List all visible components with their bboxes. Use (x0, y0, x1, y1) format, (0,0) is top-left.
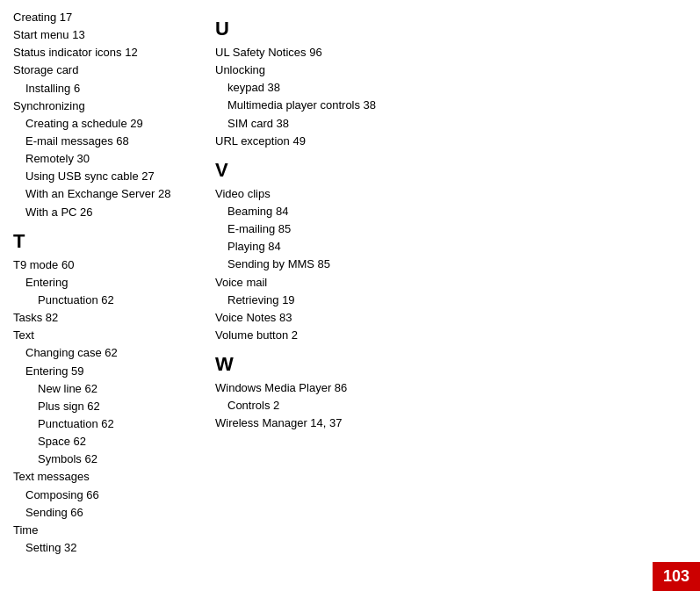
index-entry: Storage card (13, 61, 198, 79)
index-entry: Entering 59 (25, 363, 198, 380)
index-entry: Symbols 62 (38, 450, 198, 468)
index-entry: Changing case 62 (25, 344, 198, 362)
index-entry: E-mail messages 68 (25, 133, 198, 150)
index-entry: Start menu 13 (13, 26, 198, 44)
index-entry: Wireless Manager 14, 37 (215, 414, 687, 432)
index-entry: Multimedia player controls 38 (227, 97, 687, 114)
index-entry: Creating a schedule 29 (25, 115, 198, 133)
index-entry: Sending by MMS 85 (227, 256, 687, 273)
index-entry: Time (13, 522, 198, 539)
index-entry: E-mailing 85 (227, 220, 687, 238)
index-entry: Text (13, 327, 198, 344)
index-entry: Retrieving 19 (227, 292, 687, 309)
index-entry: keypad 38 (227, 79, 687, 97)
index-entry: Punctuation 62 (38, 415, 198, 433)
index-entry: With an Exchange Server 28 (25, 185, 198, 203)
index-entry: Video clips (215, 185, 687, 203)
index-entry: Composing 66 (25, 486, 198, 504)
index-entry: Setting 32 (25, 539, 198, 557)
right-column: UUL Safety Notices 96Unlockingkeypad 38M… (215, 9, 687, 557)
index-entry: Remotely 30 (25, 150, 198, 168)
index-entry: Voice mail (215, 274, 687, 292)
index-entry: New line 62 (38, 380, 198, 398)
page-number-badge: 103 (653, 562, 700, 591)
index-entry: SIM card 38 (227, 115, 687, 133)
index-entry: Controls 2 (227, 397, 687, 414)
index-entry: Tasks 82 (13, 309, 198, 327)
index-entry: URL exception 49 (215, 133, 687, 150)
index-entry: Synchronizing (13, 97, 198, 115)
section-header-t: T (13, 230, 198, 253)
index-entry: Status indicator icons 12 (13, 44, 198, 61)
index-entry: Windows Media Player 86 (215, 379, 687, 397)
index-entry: Creating 17 (13, 9, 198, 26)
index-entry: Unlocking (215, 61, 687, 79)
page-container: Creating 17Start menu 13Status indicator… (0, 0, 700, 566)
index-entry: Playing 84 (227, 238, 687, 256)
index-entry: UL Safety Notices 96 (215, 44, 687, 61)
left-column: Creating 17Start menu 13Status indicator… (13, 9, 198, 557)
index-entry: Installing 6 (25, 80, 198, 97)
index-entry: Text messages (13, 468, 198, 486)
index-entry: Volume button 2 (215, 327, 687, 344)
index-entry: Punctuation 62 (38, 292, 198, 309)
index-entry: Voice Notes 83 (215, 309, 687, 327)
section-header-v: V (215, 159, 687, 182)
section-header-w: W (215, 353, 687, 376)
index-entry: Beaming 84 (227, 203, 687, 220)
index-entry: Using USB sync cable 27 (25, 168, 198, 185)
index-entry: Entering (25, 274, 198, 292)
index-entry: With a PC 26 (25, 204, 198, 221)
index-entry: Space 62 (38, 433, 198, 450)
section-header-u: U (215, 18, 687, 40)
index-entry: Sending 66 (25, 504, 198, 522)
index-entry: T9 mode 60 (13, 256, 198, 274)
index-entry: Plus sign 62 (38, 398, 198, 415)
